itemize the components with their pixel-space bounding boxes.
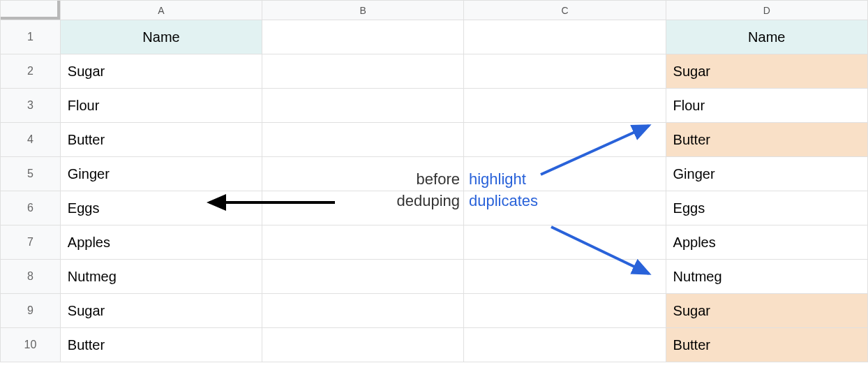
cell-d7[interactable]: Apples [666, 225, 867, 260]
cell-b1[interactable] [262, 20, 464, 54]
cell-b6[interactable] [262, 191, 464, 225]
cell-b4[interactable] [262, 123, 464, 157]
row-header-6[interactable]: 6 [1, 191, 61, 225]
col-header-b[interactable]: B [262, 1, 464, 20]
row-header-1[interactable]: 1 [1, 20, 61, 54]
cell-c4[interactable] [464, 123, 666, 157]
cell-b7[interactable] [262, 225, 464, 260]
cell-c1[interactable] [464, 20, 666, 54]
cell-c7[interactable] [464, 225, 666, 260]
row-header-4[interactable]: 4 [1, 123, 61, 157]
cell-d9[interactable]: Sugar [666, 294, 867, 328]
cell-a6[interactable]: Eggs [60, 191, 262, 225]
row-header-10[interactable]: 10 [1, 328, 61, 362]
cell-b10[interactable] [262, 328, 464, 362]
cell-b8[interactable] [262, 260, 464, 294]
row-header-5[interactable]: 5 [1, 157, 61, 191]
cell-a7[interactable]: Apples [60, 225, 262, 260]
row-1: 1 Name Name [1, 20, 868, 54]
cell-b3[interactable] [262, 89, 464, 123]
cell-a3[interactable]: Flour [60, 89, 262, 123]
row-header-3[interactable]: 3 [1, 89, 61, 123]
cell-d1[interactable]: Name [666, 20, 867, 54]
cell-a8[interactable]: Nutmeg [60, 260, 262, 294]
cell-d4[interactable]: Butter [666, 123, 867, 157]
row-9: 9 Sugar Sugar [1, 294, 868, 328]
row-8: 8 Nutmeg Nutmeg [1, 260, 868, 294]
row-header-2[interactable]: 2 [1, 54, 61, 89]
cell-d10[interactable]: Butter [666, 328, 867, 362]
cell-d5[interactable]: Ginger [666, 157, 867, 191]
spreadsheet-grid[interactable]: A B C D 1 Name Name 2 Sugar Sugar 3 Flou… [0, 0, 868, 362]
cell-b9[interactable] [262, 294, 464, 328]
cell-a10[interactable]: Butter [60, 328, 262, 362]
cell-a9[interactable]: Sugar [60, 294, 262, 328]
cell-c2[interactable] [464, 54, 666, 89]
row-4: 4 Butter Butter [1, 123, 868, 157]
row-2: 2 Sugar Sugar [1, 54, 868, 89]
cell-b2[interactable] [262, 54, 464, 89]
row-10: 10 Butter Butter [1, 328, 868, 362]
col-header-c[interactable]: C [464, 1, 666, 20]
cell-c3[interactable] [464, 89, 666, 123]
cell-a5[interactable]: Ginger [60, 157, 262, 191]
cell-a4[interactable]: Butter [60, 123, 262, 157]
cell-c8[interactable] [464, 260, 666, 294]
cell-b5[interactable] [262, 157, 464, 191]
row-header-7[interactable]: 7 [1, 225, 61, 260]
cell-c5[interactable] [464, 157, 666, 191]
cell-a1[interactable]: Name [60, 20, 262, 54]
select-all-corner[interactable] [1, 1, 61, 20]
row-6: 6 Eggs Eggs [1, 191, 868, 225]
row-header-8[interactable]: 8 [1, 260, 61, 294]
row-header-9[interactable]: 9 [1, 294, 61, 328]
column-header-row: A B C D [1, 1, 868, 20]
cell-d8[interactable]: Nutmeg [666, 260, 867, 294]
col-header-d[interactable]: D [666, 1, 867, 20]
cell-c10[interactable] [464, 328, 666, 362]
cell-d2[interactable]: Sugar [666, 54, 867, 89]
cell-d3[interactable]: Flour [666, 89, 867, 123]
cell-d6[interactable]: Eggs [666, 191, 867, 225]
cell-a2[interactable]: Sugar [60, 54, 262, 89]
row-5: 5 Ginger Ginger [1, 157, 868, 191]
row-7: 7 Apples Apples [1, 225, 868, 260]
row-3: 3 Flour Flour [1, 89, 868, 123]
cell-c9[interactable] [464, 294, 666, 328]
col-header-a[interactable]: A [60, 1, 262, 20]
cell-c6[interactable] [464, 191, 666, 225]
